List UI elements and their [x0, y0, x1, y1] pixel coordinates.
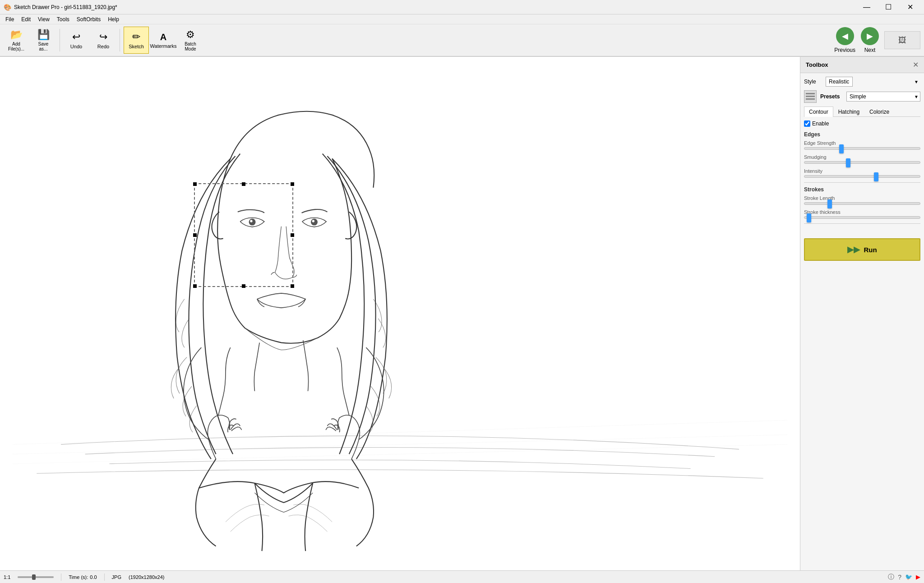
youtube-icon[interactable]: ▶: [916, 574, 920, 580]
canvas-area[interactable]: [0, 57, 800, 570]
edge-strength-row: Edge Strength: [804, 140, 920, 150]
toolbox-panel: Toolbox ✕ Style Realistic Simple Detaile…: [800, 57, 924, 570]
enable-row: Enable: [804, 120, 920, 127]
window-title: Sketch Drawer Pro - girl-511883_1920.jpg…: [14, 4, 117, 10]
run-label: Run: [864, 246, 877, 254]
menu-tools[interactable]: Tools: [53, 15, 73, 23]
zoom-label: 1:1: [4, 574, 10, 580]
thumbnail-strip[interactable]: 🖼: [884, 31, 920, 49]
presets-icon: [804, 90, 817, 103]
svg-point-5: [250, 220, 252, 222]
add-files-label: AddFile(s)...: [8, 42, 24, 51]
toolbox-close-button[interactable]: ✕: [913, 60, 919, 69]
format-item: JPG: [112, 574, 121, 580]
tab-hatching[interactable]: Hatching: [833, 106, 864, 117]
stroke-thickness-track[interactable]: [804, 216, 920, 219]
svg-rect-0: [13, 57, 788, 570]
sketch-button[interactable]: ✏ Sketch: [124, 27, 149, 54]
presets-select[interactable]: Simple Complex Detailed: [846, 92, 920, 102]
maximize-button[interactable]: ☐: [878, 0, 899, 14]
next-label: Next: [864, 47, 876, 53]
divider-1: [804, 182, 920, 183]
intensity-track[interactable]: [804, 175, 920, 178]
tab-colorize[interactable]: Colorize: [864, 106, 894, 117]
svg-point-7: [312, 220, 314, 222]
previous-button[interactable]: ◀ Previous: [834, 27, 855, 53]
svg-point-6: [311, 219, 318, 226]
tab-contour[interactable]: Contour: [804, 106, 833, 117]
menu-file[interactable]: File: [2, 15, 18, 23]
style-row: Style Realistic Simple Detailed ▼: [804, 77, 920, 87]
time-value: 0.0: [90, 574, 97, 580]
svg-rect-10: [806, 98, 815, 100]
svg-point-4: [249, 219, 256, 226]
strokes-label: Strokes: [804, 186, 920, 193]
save-icon: 💾: [37, 29, 50, 41]
next-icon: ▶: [861, 27, 879, 45]
add-files-button[interactable]: 📂 AddFile(s)...: [4, 27, 29, 54]
tabs-row: Contour Hatching Colorize: [804, 106, 920, 117]
toolbar-separator-1: [60, 29, 60, 51]
stroke-thickness-thumb[interactable]: [807, 213, 811, 222]
batch-icon: ⚙: [186, 29, 195, 41]
info-icon[interactable]: ⓘ: [888, 573, 894, 581]
intensity-thumb[interactable]: [874, 172, 878, 181]
resolution-value: (1920x1280x24): [129, 574, 165, 580]
menu-edit[interactable]: Edit: [18, 15, 34, 23]
help-icon[interactable]: ?: [898, 574, 901, 581]
toolbox-title: Toolbox: [806, 61, 828, 68]
sketch-icon: ✏: [132, 31, 140, 43]
resolution-item: (1920x1280x24): [129, 574, 165, 580]
next-button[interactable]: ▶ Next: [861, 27, 879, 53]
zoom-value: 1:1: [4, 574, 10, 580]
status-sep-1: [61, 574, 61, 581]
window-controls: — ☐ ✕: [856, 0, 920, 14]
presets-row: Presets Simple Complex Detailed ▼: [804, 90, 920, 103]
svg-rect-9: [806, 96, 815, 97]
save-as-button[interactable]: 💾 Saveas...: [31, 27, 56, 54]
stroke-length-thumb[interactable]: [827, 199, 832, 208]
watermarks-button[interactable]: A Watermarks: [151, 27, 176, 54]
enable-checkbox[interactable]: [804, 120, 810, 127]
undo-button[interactable]: ↩ Undo: [64, 27, 89, 54]
enable-label: Enable: [812, 120, 829, 127]
close-button[interactable]: ✕: [900, 0, 920, 14]
stroke-length-track[interactable]: [804, 202, 920, 205]
divider-2: [804, 223, 920, 224]
edge-strength-thumb[interactable]: [839, 144, 844, 153]
stroke-length-row: Stroke Length: [804, 195, 920, 205]
toolbox-body: Style Realistic Simple Detailed ▼: [800, 73, 924, 231]
run-button[interactable]: ▶▶ Run: [804, 238, 920, 261]
redo-label: Redo: [97, 44, 109, 49]
edge-strength-track[interactable]: [804, 147, 920, 150]
smudging-track[interactable]: [804, 161, 920, 164]
redo-button[interactable]: ↪ Redo: [91, 27, 116, 54]
smudging-label: Smudging: [804, 154, 920, 160]
stroke-thickness-label: Stroke thickness: [804, 209, 920, 215]
minimize-button[interactable]: —: [856, 0, 877, 14]
batch-mode-button[interactable]: ⚙ BatchMode: [178, 27, 203, 54]
presets-label: Presets: [820, 93, 843, 100]
style-select[interactable]: Realistic Simple Detailed: [826, 77, 853, 87]
run-icon: ▶▶: [847, 245, 860, 254]
format-value: JPG: [112, 574, 121, 580]
add-files-icon: 📂: [10, 29, 23, 41]
menu-view[interactable]: View: [34, 15, 53, 23]
time-label: Time (s):: [69, 574, 88, 580]
svg-rect-8: [806, 93, 815, 94]
undo-label: Undo: [70, 44, 82, 49]
strokes-section: Strokes Stroke Length Stroke thickness: [804, 186, 920, 219]
undo-icon: ↩: [72, 31, 80, 43]
run-btn-row: ▶▶ Run: [800, 231, 924, 264]
presets-select-wrapper: Simple Complex Detailed ▼: [846, 92, 920, 102]
status-sep-2: [104, 574, 105, 581]
smudging-thumb[interactable]: [846, 158, 850, 167]
menu-bar: File Edit View Tools SoftOrbits Help: [0, 14, 924, 24]
toolbox-header: Toolbox ✕: [800, 57, 924, 73]
batch-label: BatchMode: [185, 42, 196, 51]
menu-softorbits[interactable]: SoftOrbits: [73, 15, 104, 23]
zoom-slider[interactable]: [18, 576, 54, 578]
twitter-icon[interactable]: 🐦: [905, 574, 912, 580]
stroke-thickness-row: Stroke thickness: [804, 209, 920, 219]
menu-help[interactable]: Help: [104, 15, 123, 23]
